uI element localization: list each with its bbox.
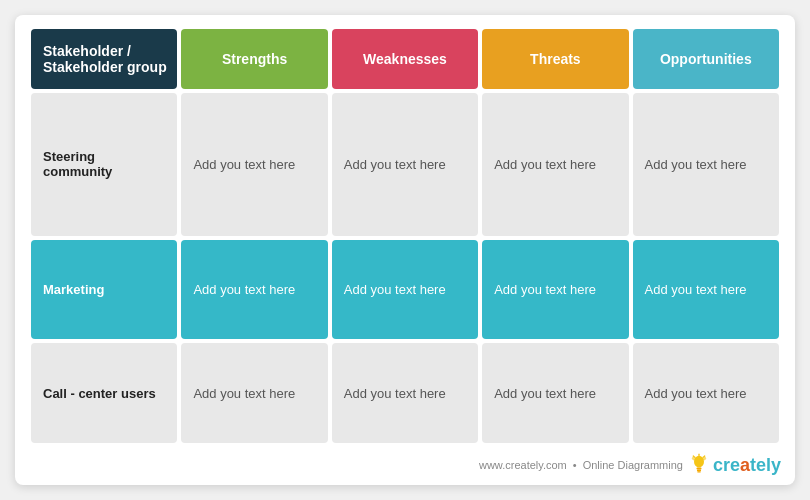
table-row: Call - center usersAdd you text hereAdd …: [31, 343, 779, 443]
footer-url: www.creately.com: [479, 459, 567, 471]
footer: www.creately.com • Online Diagramming cr…: [15, 447, 795, 485]
brand-name: creately: [713, 455, 781, 476]
footer-tagline: Online Diagramming: [583, 459, 683, 471]
svg-rect-2: [697, 470, 701, 472]
table-row: MarketingAdd you text hereAdd you text h…: [31, 240, 779, 340]
cell-r0-c0[interactable]: Add you text here: [181, 93, 327, 236]
header-weaknesses: Weaknesses: [332, 29, 478, 89]
header-opportunities: Opportunities: [633, 29, 779, 89]
cell-r2-c2[interactable]: Add you text here: [482, 343, 628, 443]
cell-r0-c2[interactable]: Add you text here: [482, 93, 628, 236]
svg-rect-3: [697, 471, 700, 472]
table-row: Steering communityAdd you text hereAdd y…: [31, 93, 779, 236]
stakeholder-label-2: Call - center users: [31, 343, 177, 443]
cell-r1-c0[interactable]: Add you text here: [181, 240, 327, 340]
main-card: Stakeholder / Stakeholder group Strength…: [15, 15, 795, 485]
cell-r2-c3[interactable]: Add you text here: [633, 343, 779, 443]
svg-rect-1: [696, 468, 701, 470]
cell-r0-c3[interactable]: Add you text here: [633, 93, 779, 236]
header-strengths: Strengths: [181, 29, 327, 89]
header-stakeholder: Stakeholder / Stakeholder group: [31, 29, 177, 89]
footer-separator: •: [573, 459, 577, 471]
cell-r2-c0[interactable]: Add you text here: [181, 343, 327, 443]
cell-r1-c3[interactable]: Add you text here: [633, 240, 779, 340]
cell-r0-c1[interactable]: Add you text here: [332, 93, 478, 236]
stakeholder-label-0: Steering community: [31, 93, 177, 236]
lightbulb-icon: [689, 453, 709, 477]
table-wrapper: Stakeholder / Stakeholder group Strength…: [15, 15, 795, 447]
brand-area: creately: [689, 453, 781, 477]
cell-r1-c2[interactable]: Add you text here: [482, 240, 628, 340]
cell-r1-c1[interactable]: Add you text here: [332, 240, 478, 340]
stakeholder-label-1: Marketing: [31, 240, 177, 340]
cell-r2-c1[interactable]: Add you text here: [332, 343, 478, 443]
header-threats: Threats: [482, 29, 628, 89]
header-row: Stakeholder / Stakeholder group Strength…: [31, 29, 779, 89]
swot-table: Stakeholder / Stakeholder group Strength…: [27, 25, 783, 447]
